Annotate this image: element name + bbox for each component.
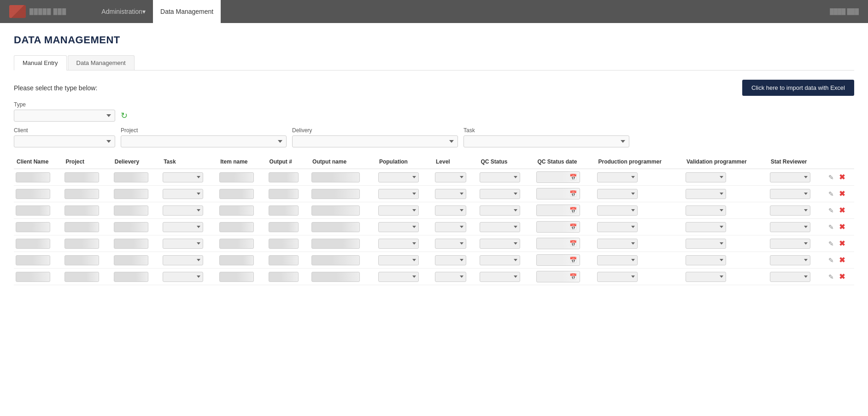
cell-input[interactable] — [219, 255, 254, 265]
delete-button[interactable]: ✖ — [837, 271, 847, 282]
cell-select[interactable] — [163, 205, 203, 216]
nav-data-management[interactable]: Data Management — [153, 0, 221, 23]
cell-input[interactable] — [269, 222, 299, 232]
edit-button[interactable]: ✎ — [827, 173, 836, 182]
calendar-icon[interactable]: 📅 — [569, 273, 577, 280]
cell-input[interactable] — [311, 239, 360, 249]
cell-select[interactable] — [163, 239, 203, 249]
edit-button[interactable]: ✎ — [827, 189, 836, 199]
import-excel-button[interactable]: Click here to import data with Excel — [742, 80, 854, 96]
cell-select[interactable] — [770, 205, 810, 216]
cell-input[interactable] — [65, 172, 99, 182]
cell-select[interactable] — [770, 222, 810, 232]
nav-administration[interactable]: Administration▾ — [94, 0, 153, 23]
cell-select[interactable] — [163, 222, 203, 232]
cell-select[interactable] — [770, 255, 810, 265]
cell-input[interactable] — [16, 239, 50, 249]
cell-select[interactable] — [480, 255, 520, 265]
cell-input[interactable] — [65, 255, 99, 265]
cell-input[interactable] — [65, 222, 99, 232]
delete-button[interactable]: ✖ — [837, 205, 847, 216]
cell-select[interactable] — [770, 272, 810, 282]
cell-select[interactable] — [163, 172, 203, 182]
cell-select[interactable] — [480, 272, 520, 282]
calendar-icon[interactable]: 📅 — [569, 190, 577, 197]
cell-input[interactable] — [311, 205, 360, 216]
cell-input[interactable] — [114, 272, 148, 282]
cell-select[interactable] — [435, 239, 466, 249]
cell-input[interactable] — [16, 189, 50, 199]
delete-button[interactable]: ✖ — [837, 255, 847, 265]
cell-input[interactable] — [114, 172, 148, 182]
edit-button[interactable]: ✎ — [827, 272, 836, 281]
cell-input[interactable] — [114, 189, 148, 199]
cell-input[interactable] — [311, 272, 360, 282]
cell-input[interactable] — [311, 255, 360, 265]
cell-input[interactable] — [65, 205, 99, 216]
calendar-icon[interactable]: 📅 — [569, 240, 577, 247]
delivery-select[interactable] — [292, 135, 458, 147]
edit-button[interactable]: ✎ — [827, 223, 836, 232]
client-select[interactable] — [14, 135, 115, 147]
cell-input[interactable] — [16, 205, 50, 216]
cell-input[interactable] — [114, 205, 148, 216]
cell-input[interactable] — [219, 172, 254, 182]
cell-select[interactable] — [597, 255, 638, 265]
cell-select[interactable] — [686, 239, 726, 249]
cell-select[interactable] — [686, 272, 726, 282]
cell-select[interactable] — [770, 189, 810, 199]
cell-input[interactable] — [311, 222, 360, 232]
cell-select[interactable] — [435, 189, 466, 199]
cell-select[interactable] — [686, 255, 726, 265]
cell-input[interactable] — [269, 172, 299, 182]
cell-select[interactable] — [480, 172, 520, 182]
cell-select[interactable] — [597, 239, 638, 249]
cell-select[interactable] — [378, 172, 419, 182]
cell-select[interactable] — [597, 222, 638, 232]
cell-select[interactable] — [770, 239, 810, 249]
cell-select[interactable] — [163, 272, 203, 282]
cell-select[interactable] — [435, 205, 466, 216]
cell-select[interactable] — [686, 222, 726, 232]
cell-select[interactable] — [435, 172, 466, 182]
project-select[interactable] — [121, 135, 287, 147]
cell-input[interactable] — [269, 255, 299, 265]
cell-input[interactable] — [16, 222, 50, 232]
cell-select[interactable] — [480, 189, 520, 199]
delete-button[interactable]: ✖ — [837, 238, 847, 249]
cell-select[interactable] — [378, 205, 419, 216]
cell-select[interactable] — [480, 222, 520, 232]
cell-select[interactable] — [597, 172, 638, 182]
cell-select[interactable] — [480, 205, 520, 216]
delete-button[interactable]: ✖ — [837, 188, 847, 199]
cell-select[interactable] — [378, 239, 419, 249]
cell-select[interactable] — [770, 172, 810, 182]
cell-input[interactable] — [16, 272, 50, 282]
cell-select[interactable] — [597, 189, 638, 199]
cell-select[interactable] — [686, 189, 726, 199]
cell-input[interactable] — [16, 255, 50, 265]
cell-input[interactable] — [219, 222, 254, 232]
cell-select[interactable] — [686, 172, 726, 182]
cell-select[interactable] — [597, 205, 638, 216]
cell-input[interactable] — [269, 189, 299, 199]
cell-input[interactable] — [65, 239, 99, 249]
edit-button[interactable]: ✎ — [827, 206, 836, 215]
cell-select[interactable] — [378, 272, 419, 282]
cell-input[interactable] — [65, 189, 99, 199]
calendar-icon[interactable]: 📅 — [569, 223, 577, 230]
refresh-icon[interactable]: ↻ — [121, 111, 128, 121]
cell-select[interactable] — [435, 272, 466, 282]
cell-input[interactable] — [219, 272, 254, 282]
delete-button[interactable]: ✖ — [837, 172, 847, 182]
task-select[interactable] — [463, 135, 629, 147]
cell-input[interactable] — [311, 172, 360, 182]
cell-select[interactable] — [686, 205, 726, 216]
cell-input[interactable] — [311, 189, 360, 199]
cell-select[interactable] — [163, 189, 203, 199]
cell-select[interactable] — [435, 222, 466, 232]
type-select[interactable] — [14, 110, 115, 122]
cell-input[interactable] — [219, 189, 254, 199]
cell-select[interactable] — [378, 222, 419, 232]
delete-button[interactable]: ✖ — [837, 222, 847, 232]
